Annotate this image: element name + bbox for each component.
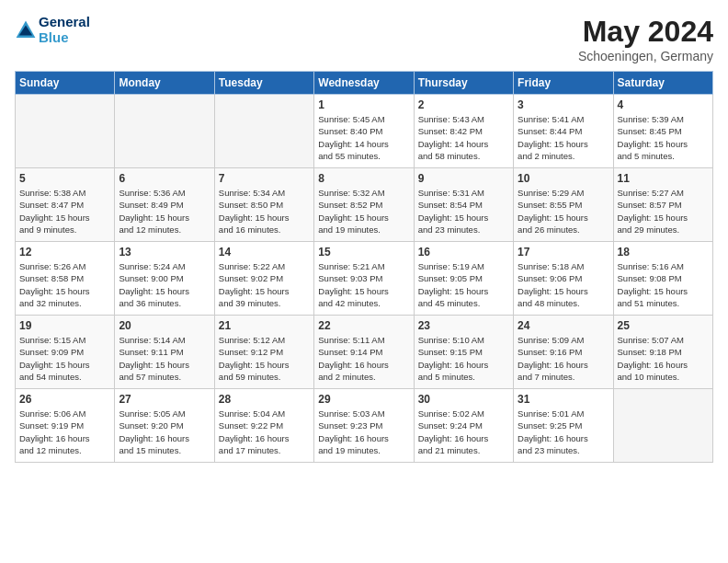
day-cell: 30Sunrise: 5:02 AM Sunset: 9:24 PM Dayli… [414,389,513,463]
day-info: Sunrise: 5:34 AM Sunset: 8:50 PM Dayligh… [219,187,310,236]
day-info: Sunrise: 5:36 AM Sunset: 8:49 PM Dayligh… [119,187,210,236]
day-number: 14 [219,246,310,259]
weekday-header-friday: Friday [514,72,613,95]
day-cell: 22Sunrise: 5:11 AM Sunset: 9:14 PM Dayli… [314,316,414,389]
day-info: Sunrise: 5:10 AM Sunset: 9:15 PM Dayligh… [418,334,509,383]
day-cell: 6Sunrise: 5:36 AM Sunset: 8:49 PM Daylig… [115,168,214,242]
day-number: 26 [19,393,110,406]
day-cell: 13Sunrise: 5:24 AM Sunset: 9:00 PM Dayli… [115,242,214,316]
day-cell: 14Sunrise: 5:22 AM Sunset: 9:02 PM Dayli… [214,242,313,316]
day-info: Sunrise: 5:26 AM Sunset: 8:58 PM Dayligh… [19,260,110,309]
day-number: 27 [119,393,210,406]
day-cell: 8Sunrise: 5:32 AM Sunset: 8:52 PM Daylig… [314,168,414,242]
day-number: 7 [219,172,310,185]
day-cell: 27Sunrise: 5:05 AM Sunset: 9:20 PM Dayli… [115,389,214,463]
week-row-2: 5Sunrise: 5:38 AM Sunset: 8:47 PM Daylig… [16,168,713,242]
day-cell: 4Sunrise: 5:39 AM Sunset: 8:45 PM Daylig… [613,95,712,168]
day-cell: 11Sunrise: 5:27 AM Sunset: 8:57 PM Dayli… [613,168,712,242]
day-cell: 21Sunrise: 5:12 AM Sunset: 9:12 PM Dayli… [214,316,313,389]
day-cell: 26Sunrise: 5:06 AM Sunset: 9:19 PM Dayli… [16,389,115,463]
day-cell: 18Sunrise: 5:16 AM Sunset: 9:08 PM Dayli… [613,242,712,316]
day-number: 15 [318,246,409,259]
day-info: Sunrise: 5:29 AM Sunset: 8:55 PM Dayligh… [518,187,609,236]
day-info: Sunrise: 5:43 AM Sunset: 8:42 PM Dayligh… [418,113,509,162]
day-cell: 31Sunrise: 5:01 AM Sunset: 9:25 PM Dayli… [514,389,613,463]
day-info: Sunrise: 5:06 AM Sunset: 9:19 PM Dayligh… [19,408,110,456]
logo: GeneralBlue [15,15,90,45]
day-number: 24 [518,319,609,332]
day-number: 22 [318,319,409,332]
day-info: Sunrise: 5:12 AM Sunset: 9:12 PM Dayligh… [219,334,310,383]
day-cell: 16Sunrise: 5:19 AM Sunset: 9:05 PM Dayli… [414,242,513,316]
day-cell: 25Sunrise: 5:07 AM Sunset: 9:18 PM Dayli… [613,316,712,389]
day-cell [214,95,313,168]
day-number: 20 [119,319,210,332]
day-number: 6 [119,172,210,185]
logo-text: GeneralBlue [39,15,90,45]
day-number: 2 [418,98,509,111]
day-info: Sunrise: 5:19 AM Sunset: 9:05 PM Dayligh… [418,260,509,309]
day-info: Sunrise: 5:15 AM Sunset: 9:09 PM Dayligh… [19,334,110,383]
week-row-5: 26Sunrise: 5:06 AM Sunset: 9:19 PM Dayli… [16,389,713,463]
day-info: Sunrise: 5:05 AM Sunset: 9:20 PM Dayligh… [119,408,210,456]
day-cell: 9Sunrise: 5:31 AM Sunset: 8:54 PM Daylig… [414,168,513,242]
logo-icon [15,19,37,41]
day-number: 21 [219,319,310,332]
day-cell: 19Sunrise: 5:15 AM Sunset: 9:09 PM Dayli… [16,316,115,389]
day-cell: 7Sunrise: 5:34 AM Sunset: 8:50 PM Daylig… [214,168,313,242]
day-info: Sunrise: 5:32 AM Sunset: 8:52 PM Dayligh… [318,187,409,236]
day-info: Sunrise: 5:09 AM Sunset: 9:16 PM Dayligh… [518,334,609,383]
day-cell: 5Sunrise: 5:38 AM Sunset: 8:47 PM Daylig… [16,168,115,242]
day-info: Sunrise: 5:07 AM Sunset: 9:18 PM Dayligh… [618,334,709,383]
day-info: Sunrise: 5:41 AM Sunset: 8:44 PM Dayligh… [518,113,609,162]
day-cell: 17Sunrise: 5:18 AM Sunset: 9:06 PM Dayli… [514,242,613,316]
calendar-table: SundayMondayTuesdayWednesdayThursdayFrid… [15,71,713,463]
weekday-header-monday: Monday [115,72,214,95]
day-number: 11 [618,172,709,185]
day-cell: 10Sunrise: 5:29 AM Sunset: 8:55 PM Dayli… [514,168,613,242]
day-cell [16,95,115,168]
day-info: Sunrise: 5:02 AM Sunset: 9:24 PM Dayligh… [418,408,509,456]
day-info: Sunrise: 5:04 AM Sunset: 9:22 PM Dayligh… [219,408,310,456]
day-cell: 20Sunrise: 5:14 AM Sunset: 9:11 PM Dayli… [115,316,214,389]
week-row-1: 1Sunrise: 5:45 AM Sunset: 8:40 PM Daylig… [16,95,713,168]
day-info: Sunrise: 5:16 AM Sunset: 9:08 PM Dayligh… [618,260,709,309]
weekday-header-thursday: Thursday [414,72,513,95]
day-number: 12 [19,246,110,259]
day-number: 9 [418,172,509,185]
day-info: Sunrise: 5:27 AM Sunset: 8:57 PM Dayligh… [618,187,709,236]
day-number: 1 [318,98,409,111]
day-cell: 1Sunrise: 5:45 AM Sunset: 8:40 PM Daylig… [314,95,414,168]
weekday-header-row: SundayMondayTuesdayWednesdayThursdayFrid… [16,72,713,95]
location: Schoeningen, Germany [578,49,713,63]
day-info: Sunrise: 5:24 AM Sunset: 9:00 PM Dayligh… [119,260,210,309]
day-number: 5 [19,172,110,185]
day-cell: 29Sunrise: 5:03 AM Sunset: 9:23 PM Dayli… [314,389,414,463]
day-cell: 28Sunrise: 5:04 AM Sunset: 9:22 PM Dayli… [214,389,313,463]
day-info: Sunrise: 5:01 AM Sunset: 9:25 PM Dayligh… [518,408,609,456]
day-number: 8 [318,172,409,185]
day-info: Sunrise: 5:39 AM Sunset: 8:45 PM Dayligh… [618,113,709,162]
day-number: 10 [518,172,609,185]
calendar-header: GeneralBlue May 2024 Schoeningen, German… [15,15,713,63]
day-info: Sunrise: 5:21 AM Sunset: 9:03 PM Dayligh… [318,260,409,309]
weekday-header-saturday: Saturday [613,72,712,95]
week-row-3: 12Sunrise: 5:26 AM Sunset: 8:58 PM Dayli… [16,242,713,316]
day-number: 17 [518,246,609,259]
day-cell [613,389,712,463]
day-cell: 23Sunrise: 5:10 AM Sunset: 9:15 PM Dayli… [414,316,513,389]
day-number: 28 [219,393,310,406]
weekday-header-tuesday: Tuesday [214,72,313,95]
day-number: 16 [418,246,509,259]
day-info: Sunrise: 5:38 AM Sunset: 8:47 PM Dayligh… [19,187,110,236]
day-number: 3 [518,98,609,111]
week-row-4: 19Sunrise: 5:15 AM Sunset: 9:09 PM Dayli… [16,316,713,389]
day-cell: 12Sunrise: 5:26 AM Sunset: 8:58 PM Dayli… [16,242,115,316]
day-cell: 3Sunrise: 5:41 AM Sunset: 8:44 PM Daylig… [514,95,613,168]
day-info: Sunrise: 5:22 AM Sunset: 9:02 PM Dayligh… [219,260,310,309]
day-cell: 2Sunrise: 5:43 AM Sunset: 8:42 PM Daylig… [414,95,513,168]
day-info: Sunrise: 5:03 AM Sunset: 9:23 PM Dayligh… [318,408,409,456]
day-number: 29 [318,393,409,406]
day-number: 31 [518,393,609,406]
day-number: 13 [119,246,210,259]
